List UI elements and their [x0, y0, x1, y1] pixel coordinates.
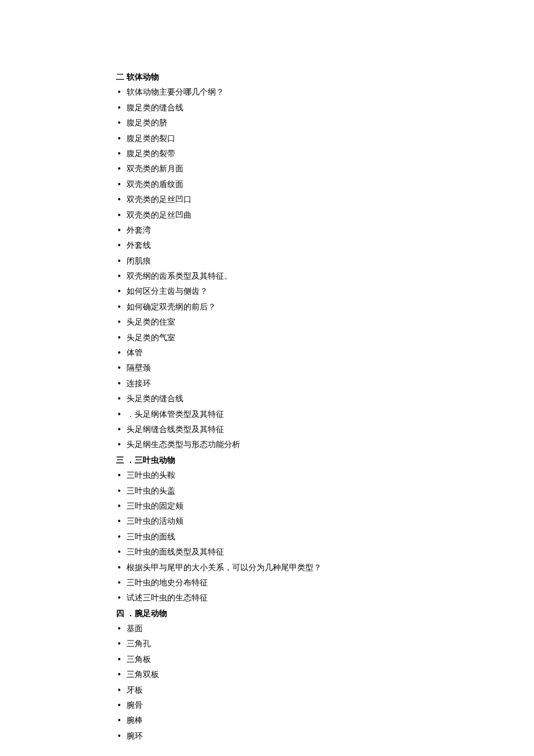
list-item: 双壳类的足丝凹曲 — [116, 209, 418, 222]
item-text: 外套湾 — [127, 226, 151, 235]
item-text: 根据头甲与尾甲的大小关系，可以分为几种尾甲类型？ — [127, 563, 322, 572]
item-text: 腕棒 — [127, 716, 143, 725]
item-text: 双壳类的盾纹面 — [127, 180, 183, 189]
item-text: 三角孔 — [127, 639, 151, 648]
list-item: 三叶虫的固定颊 — [116, 500, 418, 513]
list-item: 三叶虫的面线类型及其特征 — [116, 546, 418, 559]
list-item: 腕环 — [116, 730, 418, 743]
list-item: 腹足类的裂带 — [116, 147, 418, 160]
list-item: ．头足纲体管类型及其特征 — [116, 408, 418, 421]
list-item: 双壳类的足丝凹口 — [116, 193, 418, 206]
item-text: 头足类的缝合线 — [127, 394, 183, 403]
item-text: 头足类的住室 — [127, 318, 175, 326]
item-text: 三叶虫的面线类型及其特征 — [127, 548, 224, 556]
item-text: 腕骨 — [127, 701, 143, 710]
item-text: 双壳类的足丝凹口 — [127, 195, 192, 204]
list-item: 腕棒 — [116, 714, 418, 727]
item-text: 三叶虫的头鞍 — [127, 471, 175, 480]
list-item: 连接环 — [116, 377, 418, 390]
list-item: 双壳纲的齿系类型及其特征。 — [116, 270, 418, 283]
item-text: 腕环 — [127, 732, 143, 740]
item-text: 腹足类的缝合线 — [127, 103, 183, 112]
item-text: 牙板 — [127, 686, 143, 694]
list-item: 三角双板 — [116, 668, 418, 681]
section-heading-3: 三 ．三叶虫动物 — [116, 454, 418, 467]
list-item: 如何区分主齿与侧齿？ — [116, 285, 418, 298]
document-content: 二 软体动物 软体动物主要分哪几个纲？ 腹足类的缝合线 腹足类的脐 腹足类的裂口… — [116, 71, 418, 743]
list-item: 腹足类的缝合线 — [116, 102, 418, 114]
list-item: 头足纲生态类型与形态功能分析 — [116, 438, 418, 451]
list-item: 隔壁颈 — [116, 362, 418, 375]
list-item: 闭肌痕 — [116, 255, 418, 268]
item-text: 试述三叶虫的生态特征 — [127, 593, 208, 602]
item-text: 隔壁颈 — [127, 363, 151, 372]
item-text: 头足纲缝合线类型及其特征 — [127, 425, 224, 434]
list-item: 双壳类的盾纹面 — [116, 178, 418, 191]
item-text: 双壳类的新月面 — [127, 164, 183, 173]
item-text: 体管 — [127, 348, 143, 357]
list-item: 双壳类的新月面 — [116, 163, 418, 175]
list-item: 基面 — [116, 622, 418, 635]
item-text: 如何区分主齿与侧齿？ — [127, 287, 208, 296]
list-item: 根据头甲与尾甲的大小关系，可以分为几种尾甲类型？ — [116, 561, 418, 574]
list-item: 腹足类的脐 — [116, 117, 418, 129]
item-text: 腹足类的脐 — [127, 118, 167, 127]
item-text: 外套线 — [127, 241, 151, 250]
list-item: 三角板 — [116, 653, 418, 666]
list-item: 牙板 — [116, 684, 418, 697]
list-item: 腹足类的裂口 — [116, 132, 418, 145]
item-text: 三叶虫的固定颊 — [127, 502, 183, 510]
list-item: 三叶虫的活动颊 — [116, 515, 418, 528]
list-item: 三叶虫的头鞍 — [116, 469, 418, 482]
list-item: 如何确定双壳纲的前后？ — [116, 301, 418, 314]
item-text: 三叶虫的地史分布特征 — [127, 578, 208, 587]
list-item: 外套湾 — [116, 224, 418, 237]
list-item: 三叶虫的头盖 — [116, 485, 418, 498]
item-text: 三叶虫的头盖 — [127, 487, 175, 495]
list-item: 三叶虫的地史分布特征 — [116, 577, 418, 589]
item-text: 如何确定双壳纲的前后？ — [127, 303, 216, 311]
list-item: 头足纲缝合线类型及其特征 — [116, 423, 418, 436]
item-text: 软体动物主要分哪几个纲？ — [127, 88, 224, 96]
list-item: 头足类的气室 — [116, 332, 418, 344]
section-heading-2: 二 软体动物 — [116, 71, 418, 84]
list-item: 三叶虫的面线 — [116, 531, 418, 543]
item-text: 头足纲生态类型与形态功能分析 — [127, 440, 240, 449]
item-text: 三叶虫的活动颊 — [127, 517, 183, 525]
item-text: 双壳类的足丝凹曲 — [127, 211, 192, 219]
list-item: 头足类的住室 — [116, 316, 418, 329]
list-item: 腕骨 — [116, 699, 418, 712]
item-text: 基面 — [127, 624, 143, 633]
item-text: 三叶虫的面线 — [127, 532, 175, 541]
item-text: 双壳纲的齿系类型及其特征。 — [127, 272, 232, 280]
list-item: 试述三叶虫的生态特征 — [116, 592, 418, 604]
item-text: 三角板 — [127, 655, 151, 664]
list-item: 三角孔 — [116, 638, 418, 650]
item-text: 三角双板 — [127, 670, 159, 679]
list-item: 头足类的缝合线 — [116, 393, 418, 405]
list-item: 体管 — [116, 347, 418, 359]
item-text: 腹足类的裂口 — [127, 134, 175, 143]
item-text: 闭肌痕 — [127, 257, 151, 265]
item-text: ．头足纲体管类型及其特征 — [127, 410, 224, 419]
list-item: 外套线 — [116, 239, 418, 252]
item-text: 腹足类的裂带 — [127, 149, 175, 158]
item-text: 头足类的气室 — [127, 333, 175, 342]
item-text: 连接环 — [127, 379, 151, 388]
section-heading-4: 四 ．腕足动物 — [116, 607, 418, 620]
list-item: 软体动物主要分哪几个纲？ — [116, 86, 418, 99]
